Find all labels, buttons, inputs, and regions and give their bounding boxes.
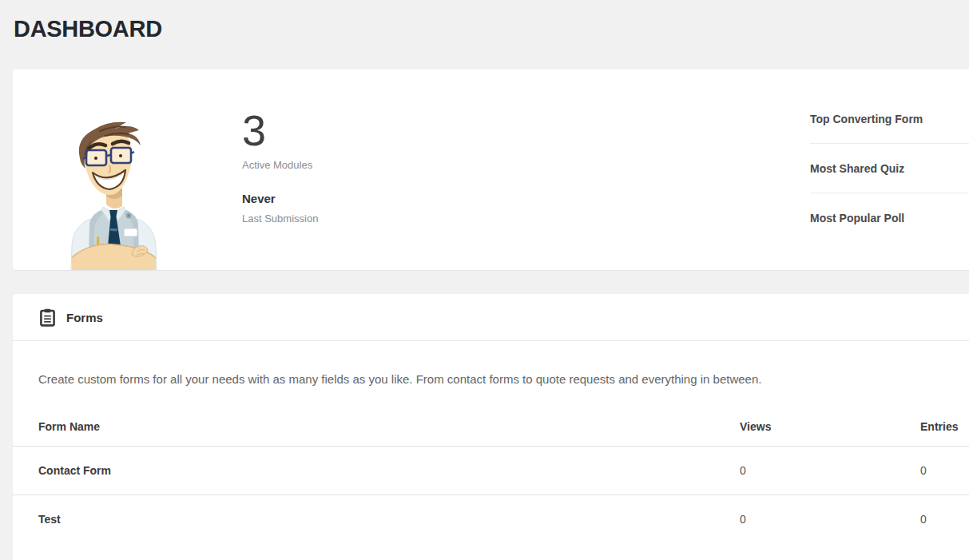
summary-card: 3 Active Modules Never Last Submission T… — [13, 70, 969, 270]
forminator-man-icon — [68, 120, 160, 270]
column-header-views: Views — [740, 407, 920, 446]
highlight-label: Most Shared Quiz — [810, 162, 904, 175]
highlight-top-converting-form: Top Converting Form — [810, 94, 969, 144]
clipboard-icon — [40, 308, 55, 327]
forms-description: Create custom forms for all your needs w… — [13, 341, 969, 407]
column-header-form-name: Form Name — [13, 407, 740, 446]
forms-card-title: Forms — [66, 311, 103, 324]
forms-table-header-row: Form Name Views Entries — [13, 407, 969, 446]
form-entries-value: 0 — [920, 494, 969, 543]
last-submission-value: Never — [242, 192, 318, 205]
table-row: Contact Form 0 0 — [13, 446, 969, 494]
highlight-most-shared-quiz: Most Shared Quiz — [810, 144, 969, 193]
highlight-label: Most Popular Poll — [810, 212, 904, 224]
form-name-link[interactable]: Contact Form — [38, 464, 111, 477]
page-title: DASHBOARD — [0, 0, 969, 70]
forms-table: Form Name Views Entries Contact Form 0 0… — [13, 407, 969, 543]
mascot-illustration — [68, 120, 160, 270]
dashboard-page: DASHBOARD — [0, 0, 969, 560]
active-modules-count: 3 — [242, 109, 318, 152]
table-row: Test 0 0 — [13, 494, 969, 543]
last-submission-label: Last Submission — [242, 212, 318, 224]
forms-card: Forms Create custom forms for all your n… — [13, 294, 969, 560]
highlight-label: Top Converting Form — [810, 113, 923, 125]
summary-stats: 3 Active Modules Never Last Submission — [242, 109, 318, 224]
summary-highlights: Top Converting Form Most Shared Quiz Mos… — [810, 94, 969, 243]
highlight-most-popular-poll: Most Popular Poll — [810, 193, 969, 243]
form-views-value: 0 — [740, 494, 920, 543]
active-modules-label: Active Modules — [242, 159, 318, 171]
form-views-value: 0 — [740, 446, 920, 494]
form-name-link[interactable]: Test — [38, 513, 61, 526]
form-entries-value: 0 — [920, 446, 969, 494]
forms-card-header: Forms — [13, 294, 969, 341]
column-header-entries: Entries — [920, 407, 969, 446]
